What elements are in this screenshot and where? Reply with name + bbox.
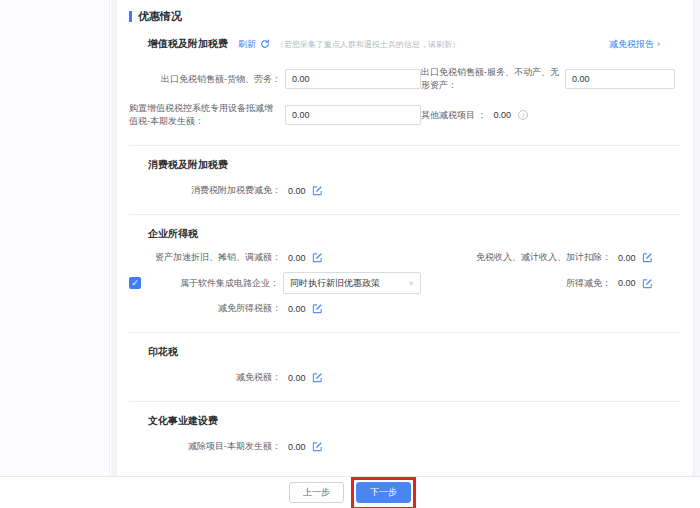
tax-reduction-report-link[interactable]: 减免税报告 › [609, 38, 660, 51]
reduced-income-tax-label: 减免所得税额： [129, 302, 281, 315]
next-step-button[interactable]: 下一步 [356, 482, 411, 503]
cit-row-1: 资产加速折旧、摊销、调减额： 0.00 免税收入、减计收入、加计扣除： 0.00 [129, 251, 680, 264]
report-link-label: 减免税报告 [609, 38, 654, 51]
income-relief-label: 所得减免： [421, 277, 611, 290]
preferences-panel: 优惠情况 增值税及附加税费 刷新 （若您采集了重点人群和退役士兵的信息，请刷新）… [117, 0, 692, 476]
culture-deduction-label: 减除项目-本期发生额： [129, 440, 281, 453]
refresh-link[interactable]: 刷新 [238, 38, 256, 51]
cit-row-3: 减免所得税额： 0.00 [129, 302, 680, 315]
export-services-input[interactable] [565, 69, 675, 89]
policy-select-value: 同时执行新旧优惠政策 [290, 277, 380, 290]
export-goods-label: 出口免税销售额-货物、劳务： [129, 73, 281, 86]
consumption-relief-value: 0.00 [288, 186, 306, 196]
taxfree-income-value: 0.00 [618, 253, 636, 263]
income-relief-value: 0.00 [618, 278, 636, 288]
refresh-hint: （若您采集了重点人群和退役士兵的信息，请刷新） [276, 39, 460, 50]
policy-select[interactable]: 同时执行新旧优惠政策 ∨ [283, 272, 421, 294]
page-title-row: 优惠情况 [129, 8, 680, 24]
stamp-relief-label: 减免税额： [129, 371, 281, 384]
info-icon[interactable]: i [518, 110, 528, 120]
consumption-relief-label: 消费税附加税费减免： [129, 184, 281, 197]
stamp-relief-value: 0.00 [288, 373, 306, 383]
taxfree-income-label: 免税收入、减计收入、加计扣除： [421, 251, 611, 264]
software-enterprise-label: 属于软件集成电路企业： [141, 277, 279, 290]
chevron-right-icon: › [657, 39, 660, 49]
section-divider [129, 145, 680, 146]
page-title: 优惠情况 [138, 9, 182, 24]
accelerated-depreciation-value: 0.00 [288, 253, 306, 263]
tax-filing-app: 优惠情况 增值税及附加税费 刷新 （若您采集了重点人群和退役士兵的信息，请刷新）… [0, 0, 700, 508]
software-enterprise-checkbox[interactable]: ✓ [129, 277, 141, 289]
export-goods-input[interactable] [285, 69, 421, 89]
tax-control-equipment-label: 购置增值税税控系统专用设备抵减增值税-本期发生额： [129, 102, 281, 128]
edit-icon[interactable] [642, 252, 653, 263]
title-accent-bar [129, 11, 132, 22]
check-icon: ✓ [131, 279, 139, 288]
culture-row: 减除项目-本期发生额： 0.00 [129, 440, 680, 453]
stamp-section-title: 印花税 [148, 345, 680, 359]
other-reduction-value: 0.00 [494, 110, 512, 120]
stamp-row: 减免税额： 0.00 [129, 371, 680, 384]
culture-deduction-value: 0.00 [288, 442, 306, 452]
consumption-section-title: 消费税及附加税费 [148, 158, 680, 172]
edit-icon[interactable] [642, 278, 653, 289]
cit-section-title: 企业所得税 [148, 227, 680, 241]
reduced-income-tax-value: 0.00 [288, 304, 306, 314]
edit-icon[interactable] [312, 441, 323, 452]
edit-icon[interactable] [312, 372, 323, 383]
vat-section-title: 增值税及附加税费 [148, 37, 228, 51]
right-gutter [693, 0, 700, 476]
section-divider [129, 332, 680, 333]
accelerated-depreciation-label: 资产加速折旧、摊销、调减额： [129, 251, 281, 264]
wizard-footer: 上一步 下一步 [0, 476, 700, 508]
culture-section-title: 文化事业建设费 [148, 414, 680, 428]
section-divider [129, 401, 680, 402]
refresh-icon[interactable] [260, 39, 270, 49]
left-gutter [0, 0, 110, 476]
export-services-label: 出口免税销售额-服务、不动产、无形资产： [421, 66, 561, 92]
consumption-row: 消费税附加税费减免： 0.00 [129, 184, 680, 197]
cit-row-2: ✓ 属于软件集成电路企业： 同时执行新旧优惠政策 ∨ 所得减免： 0.00 [129, 272, 680, 294]
section-divider [129, 214, 680, 215]
chevron-down-icon: ∨ [408, 280, 414, 287]
vat-row-1: 出口免税销售额-货物、劳务： 出口免税销售额-服务、不动产、无形资产： [129, 66, 680, 92]
previous-step-button[interactable]: 上一步 [289, 482, 344, 503]
other-reduction-label: 其他减税项目 ： [421, 109, 487, 122]
vat-section-header: 增值税及附加税费 刷新 （若您采集了重点人群和退役士兵的信息，请刷新） 减免税报… [148, 37, 680, 51]
edit-icon[interactable] [312, 252, 323, 263]
edit-icon[interactable] [312, 185, 323, 196]
vat-row-2: 购置增值税税控系统专用设备抵减增值税-本期发生额： 其他减税项目 ： 0.00 … [129, 102, 680, 128]
tax-control-equipment-input[interactable] [285, 105, 421, 125]
edit-icon[interactable] [312, 303, 323, 314]
